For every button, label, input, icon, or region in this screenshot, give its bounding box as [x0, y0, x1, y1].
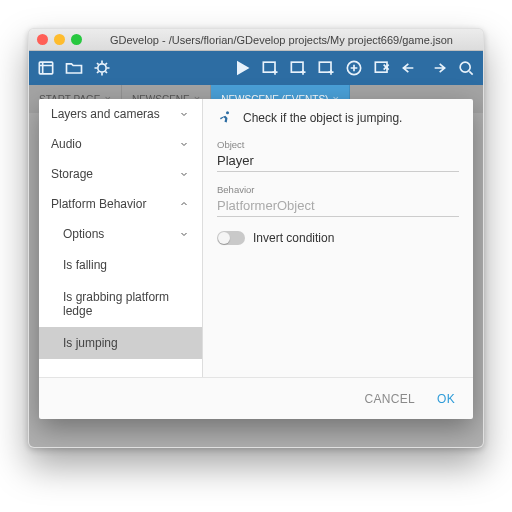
invert-label: Invert condition: [253, 231, 334, 245]
svg-point-9: [226, 111, 229, 114]
ok-button[interactable]: OK: [437, 392, 455, 406]
svg-marker-2: [238, 62, 248, 74]
svg-rect-3: [263, 62, 275, 72]
jump-icon: [217, 109, 235, 127]
svg-rect-0: [39, 62, 52, 74]
sidebar-item-label: Options: [63, 227, 104, 241]
sidebar-item-storage[interactable]: Storage: [39, 159, 202, 189]
sidebar-item-label: Is falling: [63, 258, 107, 272]
debug-icon[interactable]: [91, 57, 113, 79]
sidebar-item-layers[interactable]: Layers and cameras: [39, 99, 202, 129]
sidebar-item-label: Platform Behavior: [51, 197, 146, 211]
svg-rect-4: [291, 62, 303, 72]
chevron-up-icon: [178, 198, 190, 210]
toolbar: [29, 51, 483, 85]
chevron-down-icon: [178, 168, 190, 180]
add-comment-icon[interactable]: [315, 57, 337, 79]
sidebar-item-is-falling[interactable]: Is falling: [39, 249, 202, 281]
redo-icon[interactable]: [427, 57, 449, 79]
open-folder-icon[interactable]: [63, 57, 85, 79]
project-manager-icon[interactable]: [35, 57, 57, 79]
chevron-down-icon: [178, 108, 190, 120]
sidebar-item-label: Is jumping: [63, 336, 118, 350]
svg-rect-5: [319, 62, 331, 72]
object-field[interactable]: Object Player: [217, 139, 459, 172]
delete-icon[interactable]: [371, 57, 393, 79]
sidebar-item-platform-behavior[interactable]: Platform Behavior: [39, 189, 202, 219]
titlebar: GDevelop - /Users/florian/GDevelop proje…: [29, 29, 483, 51]
dialog-footer: CANCEL OK: [39, 377, 473, 419]
behavior-field[interactable]: Behavior PlatformerObject: [217, 184, 459, 217]
app-window: GDevelop - /Users/florian/GDevelop proje…: [28, 28, 484, 448]
add-event-icon[interactable]: [259, 57, 281, 79]
search-icon[interactable]: [455, 57, 477, 79]
field-value: PlatformerObject: [217, 198, 459, 213]
invert-toggle[interactable]: [217, 231, 245, 245]
sidebar-item-audio[interactable]: Audio: [39, 129, 202, 159]
close-icon[interactable]: [37, 34, 48, 45]
sidebar-item-options[interactable]: Options: [39, 219, 202, 249]
minimize-icon[interactable]: [54, 34, 65, 45]
undo-icon[interactable]: [399, 57, 421, 79]
condition-description: Check if the object is jumping.: [243, 111, 402, 125]
sidebar-item-label: Audio: [51, 137, 82, 151]
maximize-icon[interactable]: [71, 34, 82, 45]
condition-dialog: Layers and cameras Audio Storage Platfor…: [39, 99, 473, 419]
sidebar-item-label: Layers and cameras: [51, 107, 160, 121]
chevron-down-icon: [178, 228, 190, 240]
cancel-button[interactable]: CANCEL: [365, 392, 415, 406]
sidebar-item-is-grabbing[interactable]: Is grabbing platform ledge: [39, 281, 202, 327]
field-value: Player: [217, 153, 459, 168]
svg-point-8: [460, 62, 470, 72]
add-other-icon[interactable]: [343, 57, 365, 79]
sidebar-item-label: Is grabbing platform ledge: [63, 290, 169, 318]
field-label: Behavior: [217, 184, 459, 195]
play-icon[interactable]: [231, 57, 253, 79]
svg-point-1: [98, 64, 106, 72]
field-label: Object: [217, 139, 459, 150]
sidebar-item-is-jumping[interactable]: Is jumping: [39, 327, 202, 359]
add-subevent-icon[interactable]: [287, 57, 309, 79]
window-title: GDevelop - /Users/florian/GDevelop proje…: [88, 34, 475, 46]
condition-sidebar: Layers and cameras Audio Storage Platfor…: [39, 99, 203, 377]
chevron-down-icon: [178, 138, 190, 150]
sidebar-item-label: Storage: [51, 167, 93, 181]
condition-panel: Check if the object is jumping. Object P…: [203, 99, 473, 377]
